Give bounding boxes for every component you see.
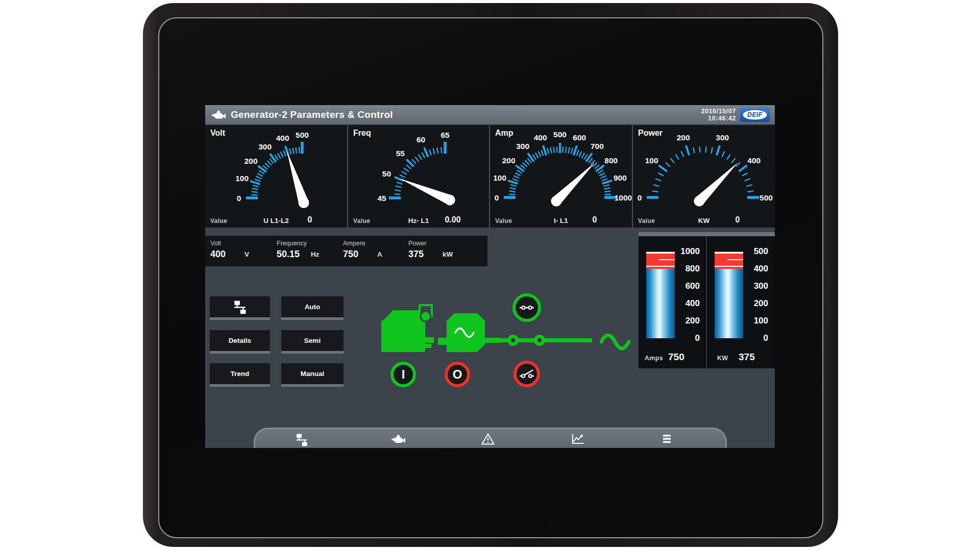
bar-red-zone — [646, 252, 675, 269]
value-unit: V — [244, 251, 249, 258]
gauge-amp: Amp 01002003004005006007008009001000 Val… — [490, 126, 632, 228]
gauge-tick-label: 55 — [396, 149, 405, 158]
bar-fill — [715, 269, 743, 338]
value-number: 375 — [408, 249, 424, 260]
single-line-diagram — [374, 294, 639, 375]
value-number: 750 — [343, 249, 358, 260]
bar-scale-label: 500 — [746, 246, 768, 257]
limit-mark — [715, 252, 743, 254]
gauge-needle — [287, 151, 309, 205]
gauge-tick-label: 100 — [493, 173, 506, 182]
closed-contact-icon — [519, 302, 535, 314]
open-contact-icon — [519, 367, 535, 381]
bar-scale-label: 400 — [746, 264, 768, 274]
mains-sine-icon — [601, 335, 629, 348]
bottom-toolbar — [254, 428, 727, 448]
single-line-icon[interactable] — [295, 433, 308, 446]
breaker-open-button[interactable] — [513, 361, 540, 387]
gauge-needle — [400, 179, 452, 205]
limit-mark — [646, 266, 675, 267]
power-gauge-dial: 0100200300400500 — [633, 126, 775, 228]
bar-scale-label: 200 — [677, 316, 700, 326]
bar-scale-label: 0 — [746, 333, 768, 343]
bar-scale-label: 300 — [746, 281, 768, 291]
trend-button[interactable]: Trend — [210, 363, 270, 384]
bar-scale-label: 100 — [746, 316, 768, 326]
gauge-tick-label: 1000 — [615, 193, 632, 202]
gauge-tick-label: 100 — [645, 156, 658, 165]
limit-mark — [715, 266, 743, 267]
bar-scale-label: 200 — [746, 298, 768, 309]
auto-mode-button[interactable]: Auto — [281, 296, 344, 317]
kw-bargraph: KW 375 5004003002001000 — [707, 236, 774, 368]
gauge-readout: 0 — [717, 215, 758, 224]
generator-output-line — [484, 338, 500, 343]
datetime: 2016/15/07 10:46:42 — [701, 108, 736, 122]
gauge-tick-label: 500 — [760, 193, 773, 202]
bar-scale-label: 0 — [677, 333, 700, 343]
engine-icon[interactable] — [391, 434, 406, 445]
volt-gauge-dial: 0100200300400500 — [205, 126, 347, 228]
gauge-freq: Freq 4550556065 Value Hz- L1 0.00 — [348, 126, 489, 228]
bar-scale-label: 600 — [677, 281, 700, 291]
value-unit: Hz — [311, 251, 320, 258]
value-label: Power — [408, 240, 426, 247]
deif-logo-text: DEIF — [742, 109, 768, 120]
gauge-row: Volt 0100200300400500 Value U L1-L2 0 Fr… — [205, 126, 775, 228]
bus-node — [534, 335, 545, 346]
volt-value-group: Volt 400 V — [210, 236, 277, 266]
generator-symbol — [438, 313, 485, 352]
gauge-tick-label: 300 — [516, 142, 529, 151]
freq-gauge-dial: 4550556065 — [348, 126, 489, 228]
bargraph-panel-header — [639, 232, 775, 236]
time-text: 10:46:42 — [701, 115, 736, 122]
stop-label: O — [453, 367, 462, 382]
stop-button[interactable]: O — [445, 362, 470, 387]
single-line-icon — [233, 300, 247, 314]
gauge-tick-label: 700 — [591, 142, 604, 151]
gauge-tick-label: 50 — [382, 169, 391, 178]
bar-red-zone — [715, 252, 743, 269]
gauge-tick-label: 65 — [440, 131, 450, 139]
menu-icon[interactable] — [660, 433, 673, 444]
single-line-view-button[interactable] — [210, 296, 270, 317]
gauge-tick-label: 300 — [716, 133, 729, 142]
power-value-group: Power 375 kW — [408, 236, 475, 266]
engine-symbol — [381, 305, 434, 352]
semi-mode-button[interactable]: Semi — [281, 330, 344, 351]
alarm-icon[interactable] — [481, 433, 495, 445]
value-label: Volt — [210, 240, 221, 247]
bar-name: KW — [717, 355, 728, 362]
gauge-tick-label: 200 — [677, 133, 690, 142]
date-text: 2016/15/07 — [701, 108, 736, 115]
gauge-volt: Volt 0100200300400500 Value U L1-L2 0 — [205, 126, 347, 228]
gauge-tick-label: 0 — [237, 194, 241, 203]
amp-gauge-dial: 01002003004005006007008009001000 — [490, 126, 632, 228]
gauge-tick-label: 400 — [534, 133, 547, 142]
gauge-tick-label: 800 — [604, 156, 618, 165]
frequency-value-group: Frequency 50.15 Hz — [277, 236, 343, 266]
gauge-tick-label: 400 — [276, 134, 289, 142]
bar-track — [646, 252, 675, 338]
gauge-tick-label: 500 — [553, 130, 567, 139]
gauge-tick-label: 200 — [244, 157, 258, 165]
breaker-closed-button[interactable] — [512, 293, 541, 322]
bar-fill — [646, 269, 675, 338]
gauge-readout: 0.00 — [432, 215, 473, 224]
value-unit: kW — [443, 251, 453, 258]
bar-scale-label: 800 — [677, 264, 700, 274]
start-button[interactable]: I — [390, 362, 416, 387]
manual-mode-button[interactable]: Manual — [281, 363, 344, 384]
gauge-tick-label: 0 — [638, 193, 642, 202]
gauge-tick-label: 100 — [235, 174, 249, 183]
gauge-tick-label: 60 — [416, 135, 425, 144]
details-button[interactable]: Details — [210, 330, 270, 351]
trend-icon[interactable] — [571, 433, 584, 445]
gauge-tick-label: 45 — [377, 194, 386, 203]
value-number: 50.15 — [277, 249, 300, 260]
bar-value: 375 — [739, 352, 755, 363]
gauge-title: Freq — [353, 129, 371, 138]
engine-icon — [212, 110, 226, 121]
bus-node — [507, 335, 519, 346]
ampere-value-group: Ampere 750 A — [343, 236, 409, 266]
